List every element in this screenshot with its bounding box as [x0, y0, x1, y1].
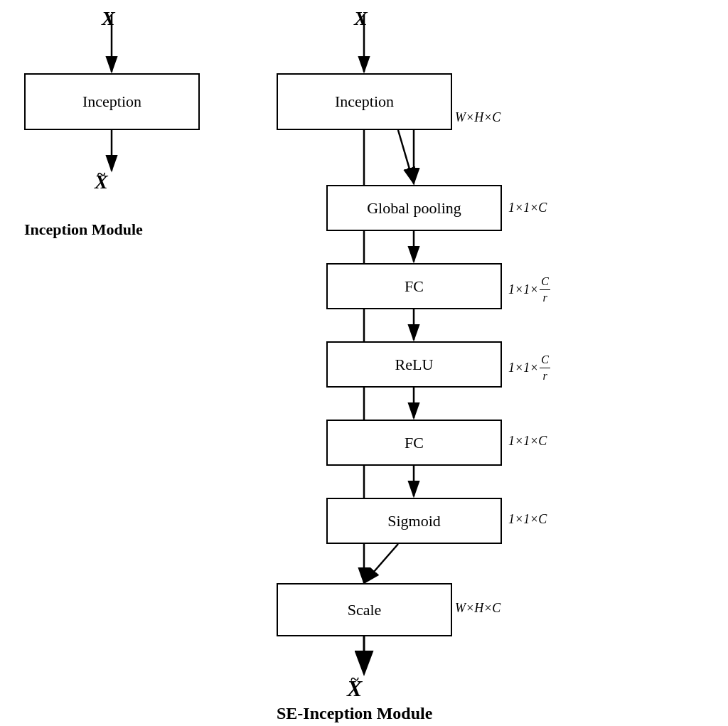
dim-scale: W×H×C: [455, 601, 500, 616]
left-module-title: Inception Module: [24, 220, 143, 239]
right-input-x: X: [354, 7, 368, 30]
dim-inception: W×H×C: [455, 110, 500, 125]
dim-fc2: 1×1×C: [508, 434, 547, 449]
scale-label: Scale: [348, 601, 382, 619]
diagram-container: X Inception X Inception Module X Incepti…: [0, 0, 728, 726]
dim-relu: 1×1× C r: [508, 352, 550, 385]
sigmoid-box: Sigmoid: [326, 498, 502, 544]
sigmoid-label: Sigmoid: [387, 512, 441, 530]
fc1-label: FC: [405, 277, 424, 296]
right-output-xtilde: X: [347, 676, 362, 702]
dim-global-pooling: 1×1×C: [508, 201, 547, 215]
fc2-box: FC: [326, 420, 502, 466]
global-pooling-box: Global pooling: [326, 185, 502, 231]
left-inception-box: Inception: [24, 73, 200, 130]
right-module-title: SE-Inception Module: [277, 704, 432, 723]
relu-label: ReLU: [395, 356, 434, 374]
svg-line-13: [364, 544, 398, 583]
left-output-xtilde: X: [95, 171, 108, 193]
left-xtilde-symbol: X: [95, 171, 108, 193]
fc2-label: FC: [405, 434, 424, 452]
left-inception-label: Inception: [82, 92, 141, 111]
left-input-x: X: [102, 7, 115, 30]
svg-line-8: [398, 130, 414, 183]
dim-sigmoid: 1×1×C: [508, 512, 547, 527]
right-inception-box: Inception: [277, 73, 452, 130]
scale-box: Scale: [277, 583, 452, 636]
right-inception-label: Inception: [335, 92, 394, 111]
global-pooling-label: Global pooling: [367, 199, 461, 218]
dim-fc1: 1×1× C r: [508, 274, 550, 306]
relu-box: ReLU: [326, 341, 502, 388]
fc1-box: FC: [326, 263, 502, 309]
